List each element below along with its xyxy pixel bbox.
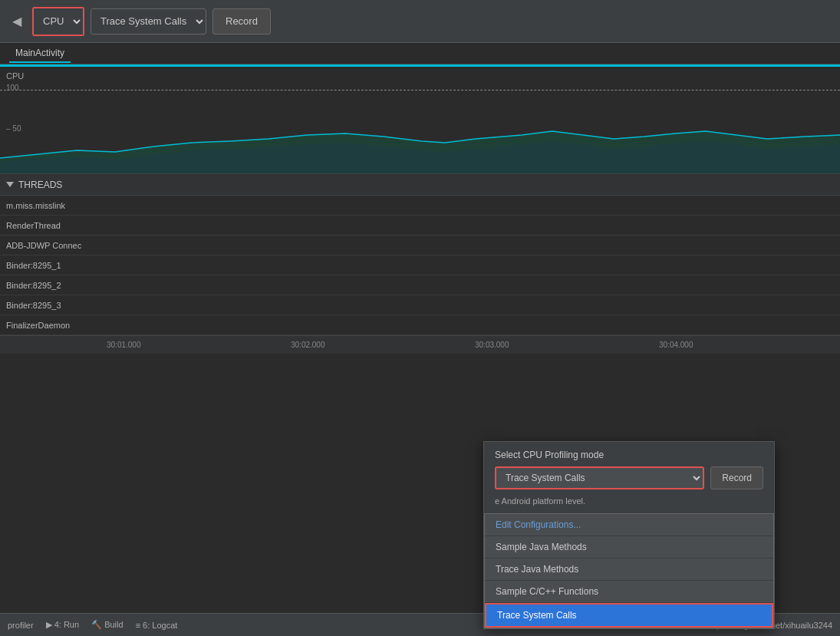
status-build[interactable]: 🔨 Build	[91, 620, 124, 630]
menu-item-sample-cpp[interactable]: Sample C/C++ Functions	[485, 581, 773, 603]
threads-label: THREADS	[18, 180, 62, 190]
thread-row: Binder:8295_2	[0, 275, 840, 295]
thread-timeline-3	[104, 255, 840, 275]
popup-dropdown[interactable]: Trace System Calls	[495, 466, 704, 489]
thread-timeline-1	[104, 216, 840, 235]
thread-timeline-0	[104, 196, 840, 215]
trace-mode-dropdown[interactable]: Trace System Calls	[91, 8, 206, 35]
status-profiler: profiler	[8, 621, 34, 630]
menu-item-edit-config[interactable]: Edit Configurations...	[485, 514, 773, 536]
back-button[interactable]: ◀	[8, 12, 26, 31]
thread-row: FinalizerDaemon	[0, 315, 840, 335]
thread-timeline-4	[104, 275, 840, 295]
cpu-profiling-popup: Select CPU Profiling mode Trace System C…	[483, 441, 775, 629]
status-logcat[interactable]: ≡ 6: Logcat	[136, 621, 178, 630]
thread-name-2: ADB-JDWP Connec	[0, 241, 104, 250]
popup-description: e Android platform level.	[484, 496, 774, 513]
ruler-tick-1: 30:02.000	[288, 341, 472, 349]
thread-row: Binder:8295_1	[0, 255, 840, 275]
popup-select-row: Trace System Calls Record	[484, 466, 774, 496]
threads-header: THREADS	[0, 174, 840, 196]
thread-name-6: FinalizerDaemon	[0, 321, 104, 330]
ruler-tick-3: 30:04.000	[656, 341, 840, 349]
menu-item-sample-java[interactable]: Sample Java Methods	[485, 536, 773, 559]
status-run[interactable]: ▶ 4: Run	[46, 620, 79, 630]
menu-item-trace-java[interactable]: Trace Java Methods	[485, 559, 773, 581]
cpu-dropdown-wrapper: CPU	[32, 7, 84, 36]
thread-name-0: m.miss.misslink	[0, 201, 104, 210]
thread-row: ADB-JDWP Connec	[0, 236, 840, 255]
menu-item-trace-system[interactable]: Trace System Calls	[485, 603, 773, 628]
thread-name-5: Binder:8295_3	[0, 301, 104, 310]
thread-row: Binder:8295_3	[0, 295, 840, 315]
thread-timeline-5	[104, 295, 840, 315]
dashed-line-top	[0, 90, 840, 91]
cpu-dropdown[interactable]: CPU	[34, 8, 83, 35]
thread-row: m.miss.misslink	[0, 196, 840, 216]
threads-collapse-icon[interactable]	[6, 182, 14, 187]
ruler-tick-0: 30:01.000	[104, 341, 288, 349]
cpu-chart-area: CPU 100 – 50	[0, 67, 840, 174]
thread-name-1: RenderThread	[0, 221, 104, 230]
record-button-toolbar[interactable]: Record	[212, 8, 271, 35]
thread-timeline-6	[104, 315, 840, 334]
cpu-chart-svg	[0, 97, 840, 173]
activity-tab[interactable]: MainActivity	[9, 44, 71, 63]
popup-title: Select CPU Profiling mode	[484, 442, 774, 466]
thread-timeline-2	[104, 236, 840, 255]
top-value-label: 100	[6, 84, 19, 92]
dropdown-menu: Edit Configurations... Sample Java Metho…	[484, 513, 774, 628]
ruler-tick-2: 30:03.000	[472, 341, 656, 349]
activity-bar: MainActivity	[0, 43, 840, 64]
timeline-ruler: 30:01.000 30:02.000 30:03.000 30:04.000	[0, 335, 840, 354]
thread-name-3: Binder:8295_1	[0, 261, 104, 270]
thread-name-4: Binder:8295_2	[0, 281, 104, 290]
toolbar: ◀ CPU Trace System Calls Record	[0, 0, 840, 43]
cpu-chart-label: CPU	[6, 71, 840, 81]
thread-row: RenderThread	[0, 216, 840, 236]
popup-record-button[interactable]: Record	[710, 466, 763, 489]
